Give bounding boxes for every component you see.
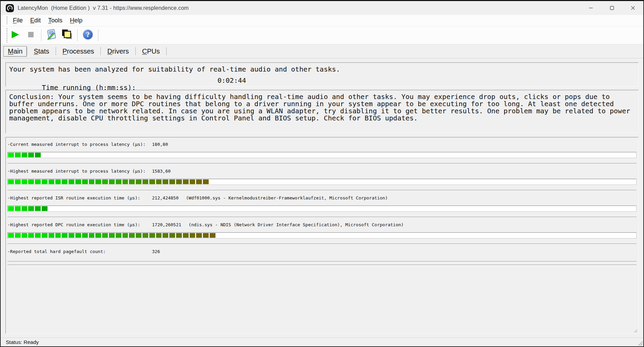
toolbar-gripper[interactable] — [6, 28, 7, 42]
bar-segment — [196, 233, 202, 238]
metrics-panel: ·Current measured interrupt to process l… — [5, 137, 639, 334]
latencymon-logo-icon — [5, 4, 14, 13]
bar-segment — [109, 233, 115, 238]
latency-bar — [7, 206, 637, 212]
metric-row: ·Highest reported DPC routine execution … — [7, 222, 637, 244]
bar-segment — [28, 206, 34, 211]
bar-segment — [62, 179, 68, 184]
bar-segment — [143, 233, 148, 238]
help-icon: ? — [82, 29, 94, 42]
report-button[interactable] — [44, 27, 59, 43]
copy-button[interactable] — [60, 27, 74, 43]
tab-label: CPUs — [142, 47, 160, 55]
bar-segment — [122, 179, 128, 184]
bar-segment — [116, 233, 121, 238]
bar-segment — [95, 179, 101, 184]
bar-segment — [163, 179, 168, 184]
menu-item-file[interactable]: File — [12, 17, 24, 24]
stop-icon — [28, 32, 34, 39]
copy-pages-icon — [61, 29, 73, 41]
status-bar: Status: Ready — [1, 338, 643, 346]
bar-segment — [22, 179, 27, 184]
bar-segment — [55, 233, 61, 238]
toolbar-separator — [98, 29, 98, 41]
bar-segment — [176, 179, 182, 184]
bar-segment — [49, 179, 54, 184]
bar-segment — [42, 206, 48, 211]
menu-item-edit[interactable]: Edit — [29, 17, 42, 24]
metric-row: ·Highest measured interrupt to process l… — [7, 169, 637, 191]
bar-segment — [89, 233, 95, 238]
maximize-button[interactable] — [601, 1, 622, 15]
menu-item-tools[interactable]: Tools — [47, 17, 63, 24]
tab-cpus[interactable]: CPUs — [136, 46, 166, 57]
latency-bar — [7, 179, 637, 185]
bar-segment — [35, 206, 41, 211]
tab-processes[interactable]: Processes — [56, 46, 100, 57]
latencymon-window: LatencyMon (Home Edition ) v 7.31 - http… — [0, 0, 644, 347]
bar-segment — [22, 206, 27, 211]
bar-segment — [75, 179, 81, 184]
bar-segment — [22, 233, 27, 238]
bar-segment — [8, 179, 14, 184]
bar-segment — [116, 179, 121, 184]
menu-item-help[interactable]: Help — [69, 17, 83, 24]
bar-segment — [183, 233, 189, 238]
bar-segment — [109, 179, 115, 184]
time-running-label: Time running (h:mm:ss): — [42, 83, 136, 92]
help-button[interactable]: ? — [81, 27, 95, 43]
metric-driver-info: (Wdf01000.sys - Kernelmodustreiber-Frame… — [186, 195, 388, 200]
tab-stats[interactable]: Stats — [27, 46, 56, 57]
start-monitor-button[interactable] — [8, 27, 22, 43]
bar-segment — [196, 179, 202, 184]
bar-segment — [8, 153, 14, 157]
close-button[interactable] — [622, 1, 643, 15]
bar-segment — [190, 179, 195, 184]
metric-label: ·Reported total hard pagefault count: — [7, 249, 106, 254]
metric-line: ·Current measured interrupt to process l… — [7, 142, 637, 149]
window-title: LatencyMon (Home Edition ) v 7.31 - http… — [18, 5, 189, 11]
stop-monitor-button[interactable] — [24, 27, 38, 43]
bar-segment — [62, 233, 68, 238]
bar-segment — [75, 233, 81, 238]
tab-main[interactable]: Main — [3, 46, 27, 57]
bar-segment — [69, 233, 74, 238]
resize-grip-icon[interactable] — [638, 341, 643, 346]
bar-segment — [102, 233, 108, 238]
metric-value: 212,424850 — [152, 195, 178, 200]
window-controls — [580, 1, 643, 15]
panel-resize-grip-icon[interactable] — [633, 328, 637, 332]
summary-panel: Your system has been analyzed for suitab… — [5, 62, 639, 87]
tab-strip: Main Stats Processes Drivers CPUs — [1, 44, 643, 58]
bar-segment — [35, 233, 41, 238]
bar-segment — [82, 179, 88, 184]
menu-bar: FileEditToolsHelp — [1, 15, 643, 26]
bar-segment — [55, 179, 61, 184]
bar-segment — [122, 233, 128, 238]
bar-segment — [28, 179, 34, 184]
bar-segment — [95, 233, 101, 238]
metric-line: ·Highest reported DPC routine execution … — [7, 222, 637, 229]
bar-segment — [169, 179, 175, 184]
minimize-button[interactable] — [580, 1, 601, 15]
bar-segment — [210, 233, 215, 238]
bar-segment — [35, 179, 41, 184]
bar-segment — [8, 206, 14, 211]
bar-segment — [149, 233, 155, 238]
bar-segment — [22, 153, 27, 157]
bar-segment — [28, 233, 34, 238]
bar-segment — [203, 179, 209, 184]
bar-segment — [143, 179, 148, 184]
bar-segment — [183, 179, 189, 184]
menu-gripper[interactable] — [6, 17, 7, 24]
tab-separator — [166, 47, 167, 55]
bar-segment — [69, 179, 74, 184]
title-bar[interactable]: LatencyMon (Home Edition ) v 7.31 - http… — [1, 1, 643, 15]
toolbar: ? — [1, 26, 643, 44]
tab-drivers[interactable]: Drivers — [101, 46, 135, 57]
bar-segment — [82, 233, 88, 238]
tab-label: Processes — [62, 47, 94, 55]
metric-row: ·Current measured interrupt to process l… — [7, 142, 637, 164]
row-separator — [7, 190, 637, 191]
toolbar-separator — [77, 29, 78, 41]
